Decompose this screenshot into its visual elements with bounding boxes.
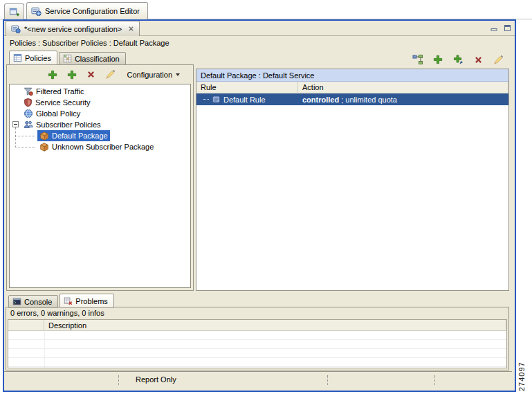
problems-panel: Console Problems 0 errors, 0 warnings, 0…	[6, 294, 509, 370]
edit-rule-icon[interactable]	[492, 53, 504, 66]
tab-console-label: Console	[24, 298, 52, 306]
rules-panel: Default Package : Default Service Rule A…	[196, 51, 509, 291]
tree-item-label: Subscriber Policies	[36, 120, 101, 129]
package-icon	[39, 131, 49, 141]
editor-tab-new-service-configuration[interactable]: *<new service configuration>	[6, 21, 140, 36]
tab-classification-label: Classification	[75, 55, 120, 63]
column-header-label: Action	[302, 83, 324, 91]
tree-item-label: Service Security	[35, 98, 90, 107]
rule-name: Default Rule	[223, 96, 266, 104]
subscriber-policies-icon	[24, 120, 33, 129]
tab-policies[interactable]: Policies	[9, 51, 57, 65]
tree-connector	[15, 147, 35, 147]
perspective-tab-service-configuration-editor[interactable]: Service Configuration Editor	[26, 2, 148, 19]
editor-tab-bar: *<new service configuration>	[4, 21, 515, 36]
maximize-icon[interactable]	[504, 24, 511, 32]
empty-row	[8, 340, 506, 349]
tree-item-default-package[interactable]: Default Package	[10, 130, 190, 141]
rules-toolbar	[196, 51, 509, 69]
status-separator	[434, 375, 435, 385]
editor-tab-label: *<new service configuration>	[24, 25, 122, 33]
policies-tab-icon	[13, 53, 22, 62]
add-rule-icon[interactable]	[432, 53, 444, 66]
hierarchy-view-icon[interactable]	[412, 53, 424, 66]
column-header-label: Description	[48, 321, 86, 330]
action-value: ; unlimited quota	[339, 96, 397, 104]
add-sub-rule-icon[interactable]	[452, 53, 464, 66]
policies-panel-body: Configuration Filtered Traffic	[6, 64, 194, 291]
policies-panel-tabs: Policies Classification	[6, 51, 126, 64]
tab-classification[interactable]: Classification	[59, 52, 126, 65]
rule-icon	[212, 95, 221, 104]
column-header-label: Rule	[201, 83, 217, 91]
column-header-rule[interactable]: Rule	[196, 82, 298, 93]
delete-icon[interactable]	[85, 69, 98, 81]
configuration-dropdown-label: Configuration	[127, 71, 172, 79]
add-service-icon[interactable]	[66, 69, 78, 81]
tab-console[interactable]: Console	[8, 295, 58, 308]
classification-tab-icon	[63, 54, 72, 63]
status-separator	[327, 375, 328, 385]
configuration-dropdown-button[interactable]: Configuration	[124, 69, 183, 80]
tree-item-subscriber-policies[interactable]: Subscriber Policies	[10, 119, 190, 130]
column-header-blank[interactable]	[8, 320, 44, 330]
empty-row	[8, 331, 506, 340]
add-package-icon[interactable]	[46, 69, 59, 81]
status-bar: Report Only	[4, 371, 512, 388]
column-separator	[44, 331, 45, 368]
tab-problems[interactable]: Problems	[59, 294, 113, 308]
empty-row	[8, 349, 506, 358]
status-separator	[118, 375, 119, 385]
tree-item-label: Unknown Subscriber Package	[52, 143, 154, 151]
rules-header-label: Default Package : Default Service	[201, 71, 314, 80]
edit-icon[interactable]	[104, 69, 117, 81]
figure-number: 274097	[517, 358, 526, 391]
tree-item-filtered-traffic[interactable]: Filtered Traffic	[10, 86, 190, 97]
chevron-down-icon	[176, 73, 180, 76]
rule-row-default-rule[interactable]: Default Rule controlled ; unlimited quot…	[196, 93, 508, 105]
service-configuration-file-icon	[11, 24, 21, 34]
tree-item-label: Global Policy	[36, 109, 80, 118]
tree-item-service-security[interactable]: Service Security	[10, 97, 190, 108]
action-value-bold: controlled	[302, 96, 339, 104]
package-icon	[39, 142, 49, 152]
delete-rule-icon[interactable]	[472, 53, 484, 66]
tree-item-global-policy[interactable]: Global Policy	[10, 108, 190, 119]
console-icon	[12, 297, 21, 306]
problems-body: 0 errors, 0 warnings, 0 infos Descriptio…	[6, 307, 509, 370]
problems-table: Description	[8, 319, 507, 368]
tree-connector	[15, 136, 35, 136]
service-configuration-editor-icon	[31, 6, 42, 17]
breadcrumb: Policies : Subscriber Policies : Default…	[4, 36, 515, 50]
close-icon[interactable]	[128, 26, 134, 32]
problems-column-headers: Description	[8, 320, 506, 331]
rules-table-frame: Default Package : Default Service Rule A…	[196, 69, 509, 291]
open-perspective-button[interactable]	[4, 3, 24, 19]
policies-panel: Policies Classification	[6, 51, 194, 291]
column-header-description[interactable]: Description	[44, 320, 506, 330]
minimize-icon[interactable]	[490, 24, 498, 32]
report-only-indicator: Report Only	[136, 372, 176, 388]
rules-column-headers: Rule Action	[196, 82, 508, 93]
perspective-bar: Service Configuration Editor	[4, 3, 148, 19]
filtered-traffic-icon	[24, 87, 33, 96]
rules-header-bar: Default Package : Default Service	[196, 69, 508, 82]
policies-tree: Filtered Traffic Service Security Global…	[9, 84, 191, 288]
action-cell: controlled ; unlimited quota	[298, 96, 508, 104]
global-policy-icon	[24, 109, 33, 118]
tree-item-label: Filtered Traffic	[36, 87, 84, 96]
view-controls	[490, 24, 511, 32]
problems-summary: 0 errors, 0 warnings, 0 infos	[6, 307, 508, 319]
tree-item-unknown-subscriber-package[interactable]: Unknown Subscriber Package	[10, 141, 190, 152]
tab-problems-label: Problems	[75, 297, 107, 305]
rule-cell: Default Rule	[196, 95, 298, 104]
perspective-tab-label: Service Configuration Editor	[45, 7, 140, 15]
tree-stub	[203, 99, 209, 100]
bottom-panel-tabs: Console Problems	[6, 294, 114, 307]
tree-connector	[15, 127, 16, 147]
column-header-action[interactable]: Action	[298, 82, 508, 93]
policies-toolbar: Configuration	[7, 65, 193, 84]
problems-icon	[64, 296, 73, 305]
collapse-toggle-icon[interactable]	[12, 121, 19, 127]
empty-row	[8, 358, 506, 367]
